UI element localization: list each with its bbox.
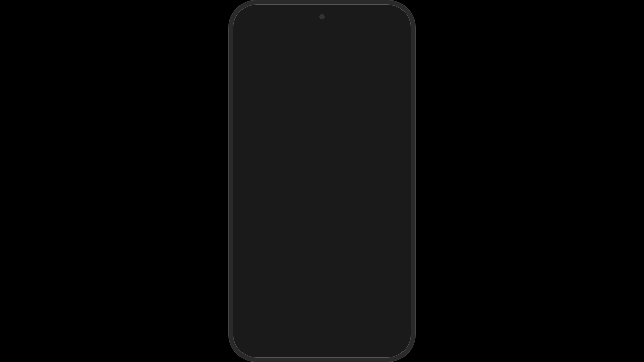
thumbnail-image-2 (233, 223, 411, 303)
video-card-1: 4:31:47 MEOW (233, 82, 411, 222)
profile-icon (389, 34, 403, 48)
rumble-logo-text: rumble (274, 34, 309, 47)
person-body (309, 119, 355, 178)
play-icon-2 (396, 227, 406, 237)
svg-marker-0 (260, 35, 269, 46)
emoji-red-circle-4 (300, 184, 308, 192)
person-neck (327, 113, 338, 119)
svg-marker-10 (397, 228, 405, 236)
live-dot (366, 67, 370, 71)
views-1: 49.1K views (301, 207, 334, 214)
svg-rect-3 (346, 38, 352, 43)
battery-icon: 38% (388, 14, 399, 20)
hamburger-line-1 (241, 37, 251, 38)
search-icon (324, 35, 335, 46)
bell-icon (371, 35, 382, 46)
channel-meta-1: Mizkif 5 hours ago • 49.1K views (264, 198, 334, 214)
thumbnail-image-1 (233, 82, 411, 178)
beam-1 (233, 235, 411, 239)
search-button[interactable] (324, 35, 335, 46)
person-head (319, 85, 345, 113)
moon-icon: 🌙 (369, 14, 376, 20)
channel-name-1: Mizkif (264, 198, 284, 206)
outdoor-overlay (233, 255, 411, 303)
tab-live[interactable]: LIVE (359, 61, 394, 77)
status-bar: 12:23 PM ▶ ▷ 🌙 4G 38% (233, 4, 411, 26)
app-header: rumble + (233, 26, 411, 56)
svg-marker-4 (352, 38, 354, 43)
notifications-button[interactable] (371, 35, 382, 46)
status-time: 12:23 PM (245, 13, 276, 21)
video-thumbnail-1[interactable]: 4:31:47 (233, 82, 411, 178)
tab-more-button[interactable]: » (397, 62, 408, 76)
tab-my-feed[interactable]: My Feed (273, 61, 314, 77)
upload-label: + (356, 37, 360, 45)
emoji-red-circle-2 (250, 184, 258, 192)
hamburger-line-3 (241, 43, 251, 44)
hamburger-menu[interactable] (241, 37, 251, 44)
video-stats-1: 5 hours ago • 49.1K views (264, 207, 334, 214)
time-ago-1: 5 hours ago (264, 207, 296, 214)
profile-button[interactable] (389, 34, 403, 48)
camera-icon (346, 37, 354, 44)
svg-line-2 (331, 42, 334, 45)
video-title-1: MEOW (240, 183, 404, 192)
verified-badge-1 (286, 199, 291, 204)
video-card-2 (233, 223, 411, 303)
emoji-red-circle-3 (290, 184, 298, 192)
rumble-play-icon (257, 34, 271, 48)
upload-button[interactable]: + (342, 34, 364, 47)
avatar-image-1 (240, 196, 259, 215)
video-play-badge (396, 227, 406, 237)
avatar-placeholder-1 (240, 196, 259, 215)
channel-row-1: Mizkif 5 hours ago • 49.1K views (240, 196, 404, 215)
video-thumbnail-2[interactable] (233, 223, 411, 303)
header-left: rumble (241, 34, 309, 48)
header-right: + (324, 34, 403, 48)
channel-avatar-1[interactable] (240, 196, 259, 215)
channel-name-row-1: Mizkif (264, 198, 334, 206)
tab-gaming[interactable]: Gaming (317, 61, 356, 77)
network-icon: 4G (378, 14, 386, 20)
video-info-1: MEOW (233, 178, 411, 222)
tab-bar: Picks My Feed Gaming LIVE » (233, 56, 411, 82)
hamburger-line-2 (241, 40, 251, 41)
bg-item-1 (376, 93, 406, 113)
svg-point-8 (246, 200, 253, 207)
signal-icon: ▶ ▷ (358, 14, 367, 20)
status-icons: ▶ ▷ 🌙 4G 38% (358, 14, 399, 20)
rumble-logo[interactable]: rumble (257, 34, 309, 48)
video-duration-1: 4:31:47 (380, 165, 407, 174)
person-mouth (328, 106, 337, 110)
thumb-person (299, 85, 365, 178)
tab-picks[interactable]: Picks (239, 61, 270, 77)
shirt-line (329, 119, 335, 134)
emoji-red-circle-1 (240, 184, 248, 192)
